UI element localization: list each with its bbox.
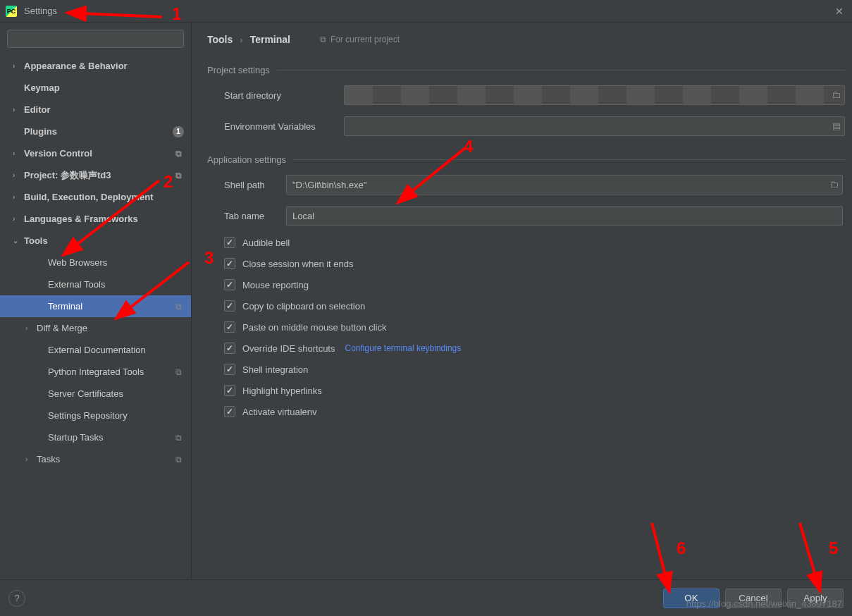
- tree-item-appearance-behavior[interactable]: ›Appearance & Behavior: [0, 55, 191, 77]
- application-settings-section: Application settings Shell path 🗀 Tab na…: [207, 154, 845, 417]
- tree-item-label: External Tools: [48, 279, 184, 290]
- chevron-icon: ›: [25, 324, 34, 332]
- project-scope-icon: ⧉: [173, 433, 184, 443]
- chevron-icon: ›: [13, 106, 21, 113]
- project-scope-icon: ⧉: [173, 149, 184, 159]
- titlebar: PC Settings ✕: [0, 0, 852, 23]
- tree-item-label: Python Integrated Tools: [48, 366, 168, 377]
- shell-path-input[interactable]: [286, 175, 843, 195]
- start-directory-label: Start directory: [224, 90, 344, 101]
- checkbox-row: Copy to clipboard on selection: [224, 300, 845, 312]
- tree-item-diff-merge[interactable]: ›Diff & Merge: [0, 317, 191, 339]
- tree-item-label: Version Control: [24, 148, 168, 159]
- checkbox[interactable]: [224, 258, 235, 269]
- shell-path-label: Shell path: [224, 180, 286, 190]
- tab-name-label: Tab name: [224, 211, 286, 221]
- section-title: Application settings: [207, 154, 286, 165]
- checkbox-label: Paste on middle mouse button click: [242, 322, 387, 333]
- tree-item-keymap[interactable]: Keymap: [0, 77, 191, 99]
- checkbox[interactable]: [224, 279, 235, 290]
- tree-item-label: Languages & Frameworks: [24, 214, 184, 224]
- checkbox[interactable]: [224, 364, 235, 375]
- project-scope-icon: ⧉: [173, 455, 184, 464]
- tree-item-label: Settings Repository: [48, 410, 184, 421]
- checkbox[interactable]: [224, 300, 235, 312]
- project-scope-icon: ⧉: [173, 367, 184, 377]
- help-button[interactable]: ?: [8, 590, 25, 607]
- chevron-icon: ›: [13, 171, 21, 179]
- tree-item-tasks[interactable]: ›Tasks⧉: [0, 448, 191, 470]
- checkbox-row: Activate virtualenv: [224, 406, 845, 417]
- env-vars-input[interactable]: [344, 116, 845, 136]
- tab-name-input[interactable]: [286, 206, 843, 226]
- tree-item-server-certificates[interactable]: Server Certificates: [0, 383, 191, 405]
- chevron-icon: ›: [13, 149, 21, 157]
- tree-item-editor[interactable]: ›Editor: [0, 99, 191, 121]
- checkbox[interactable]: [224, 237, 235, 248]
- update-badge: 1: [173, 126, 184, 137]
- checkbox-list: Audible bellClose session when it endsMo…: [207, 237, 845, 417]
- tree-item-terminal[interactable]: Terminal⧉: [0, 295, 191, 317]
- close-icon[interactable]: ✕: [832, 4, 846, 18]
- chevron-icon: ›: [13, 215, 21, 223]
- checkbox-label: Copy to clipboard on selection: [242, 301, 365, 312]
- start-directory-input[interactable]: [344, 85, 845, 105]
- checkbox[interactable]: [224, 385, 235, 396]
- env-vars-row: Environment Variables ▤: [224, 116, 845, 136]
- tree-item-version-control[interactable]: ›Version Control⧉: [0, 142, 191, 164]
- chevron-right-icon: ›: [240, 35, 242, 45]
- sidebar: 🔍 ›Appearance & BehaviorKeymap›EditorPlu…: [0, 23, 192, 579]
- checkbox[interactable]: [224, 406, 235, 417]
- project-scope-icon: ⧉: [173, 171, 184, 180]
- tree-item-label: Server Certificates: [48, 388, 184, 399]
- project-settings-section: Project settings Start directory 🗀 Envir…: [207, 65, 845, 136]
- tree-item-languages-frameworks[interactable]: ›Languages & Frameworks: [0, 208, 191, 230]
- tree-item-python-integrated-tools[interactable]: Python Integrated Tools⧉: [0, 361, 191, 383]
- breadcrumb-root[interactable]: Tools: [207, 34, 233, 45]
- tree-item-web-browsers[interactable]: Web Browsers: [0, 252, 191, 273]
- checkbox-row: Mouse reporting: [224, 279, 845, 290]
- checkbox-label: Audible bell: [242, 238, 290, 248]
- tree-item-label: Project: 参数噪声td3: [24, 169, 168, 182]
- checkbox-row: Shell integration: [224, 364, 845, 375]
- tree-item-build-execution-deployment[interactable]: ›Build, Execution, Deployment: [0, 186, 191, 208]
- tree-item-plugins[interactable]: Plugins1: [0, 121, 191, 142]
- checkbox-row: Override IDE shortcutsConfigure terminal…: [224, 343, 845, 354]
- apply-button[interactable]: Apply: [787, 589, 844, 608]
- section-header-project: Project settings: [207, 65, 845, 75]
- divider: [277, 70, 845, 70]
- chevron-icon: ›: [13, 193, 21, 201]
- checkbox-row: Highlight hyperlinks: [224, 385, 845, 396]
- tree-item-project-td3[interactable]: ›Project: 参数噪声td3⧉: [0, 164, 191, 186]
- chevron-icon: ›: [25, 455, 34, 463]
- settings-content: Tools › Terminal ⧉ For current project P…: [192, 23, 852, 579]
- section-header-app: Application settings: [207, 154, 845, 165]
- tree-item-label: Keymap: [24, 82, 184, 93]
- checkbox-label: Activate virtualenv: [242, 407, 317, 417]
- tab-name-row: Tab name: [224, 206, 845, 226]
- checkbox[interactable]: [224, 343, 235, 354]
- main-area: 🔍 ›Appearance & BehaviorKeymap›EditorPlu…: [0, 23, 852, 579]
- tree-item-label: Terminal: [48, 301, 168, 312]
- tree-item-settings-repository[interactable]: Settings Repository: [0, 405, 191, 426]
- checkbox-label: Mouse reporting: [242, 280, 309, 290]
- scope-note-text: For current project: [331, 35, 400, 44]
- cancel-button[interactable]: Cancel: [725, 589, 782, 608]
- checkbox[interactable]: [224, 321, 235, 333]
- tree-item-startup-tasks[interactable]: Startup Tasks⧉: [0, 426, 191, 448]
- tree-item-tools[interactable]: ⌄Tools: [0, 230, 191, 252]
- breadcrumb: Tools › Terminal ⧉ For current project: [207, 34, 845, 45]
- configure-keybindings-link[interactable]: Configure terminal keybindings: [345, 343, 462, 353]
- checkbox-row: Close session when it ends: [224, 258, 845, 269]
- env-vars-label: Environment Variables: [224, 121, 344, 132]
- checkbox-label: Close session when it ends: [242, 259, 354, 269]
- tree-item-label: Tools: [24, 235, 184, 246]
- chevron-icon: ⌄: [13, 237, 21, 245]
- tree-item-external-tools[interactable]: External Tools: [0, 273, 191, 295]
- checkbox-label: Highlight hyperlinks: [242, 386, 322, 396]
- settings-search-input[interactable]: [7, 30, 184, 48]
- tree-item-external-documentation[interactable]: External Documentation: [0, 339, 191, 361]
- divider: [293, 159, 845, 160]
- ok-button[interactable]: OK: [663, 589, 720, 608]
- tree-item-label: Appearance & Behavior: [24, 61, 184, 71]
